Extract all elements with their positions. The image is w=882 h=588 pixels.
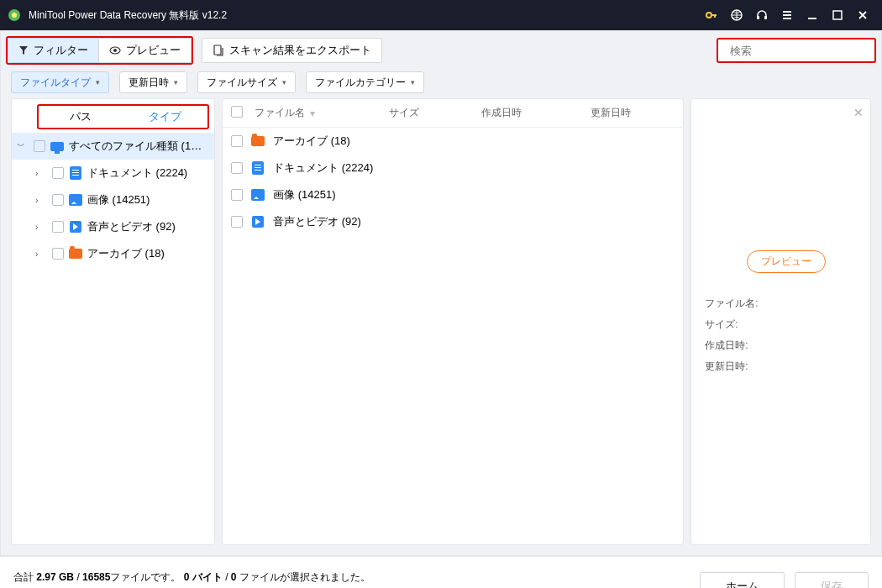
tree-root[interactable]: ﹀ すべてのファイル種類 (1… [12, 133, 214, 160]
file-list-panel: ファイル名 ▾ サイズ 作成日時 更新日時 アーカイブ (18)ドキュメント (… [222, 98, 684, 545]
tab-path[interactable]: パス [39, 106, 123, 128]
av-icon [69, 220, 82, 234]
file-row[interactable]: ドキュメント (2224) [223, 155, 683, 181]
checkbox[interactable] [231, 216, 243, 228]
caret-down-icon: ▾ [282, 78, 286, 87]
save-button[interactable]: 保存 [795, 572, 869, 589]
tree-item-label: 画像 (14251) [87, 192, 209, 207]
chip-file-type[interactable]: ファイルタイプ▾ [11, 71, 109, 93]
chip-file-size[interactable]: ファイルサイズ▾ [197, 71, 296, 93]
sort-icon: ▾ [310, 108, 315, 119]
tree-item[interactable]: ›画像 (14251) [12, 186, 214, 213]
tab-type[interactable]: タイプ [123, 106, 208, 128]
caret-down-icon: ▾ [411, 78, 415, 87]
svg-rect-6 [833, 11, 842, 19]
caret-down-icon: ▾ [174, 78, 178, 87]
funnel-icon [18, 45, 29, 55]
file-tree: ﹀ すべてのファイル種類 (1… ›ドキュメント (2224)›画像 (1425… [12, 129, 214, 270]
chevron-right-icon: › [35, 249, 47, 259]
checkbox[interactable] [231, 162, 243, 174]
tree-item[interactable]: ›音声とビデオ (92) [12, 213, 214, 240]
maximize-button[interactable] [825, 0, 850, 30]
minimize-button[interactable] [800, 0, 825, 30]
chevron-right-icon: › [35, 223, 47, 232]
globe-icon[interactable] [724, 0, 749, 30]
preview-label: プレビュー [126, 43, 181, 58]
col-modified[interactable]: 更新日時 [591, 106, 675, 120]
filter-button[interactable]: フィルター [8, 38, 98, 63]
img-icon [251, 188, 265, 202]
filter-label: フィルター [34, 43, 88, 58]
chip-category[interactable]: ファイルカテゴリー▾ [306, 71, 424, 93]
detail-preview-button[interactable]: プレビュー [747, 250, 826, 273]
monitor-icon [50, 139, 64, 153]
search-input[interactable] [730, 45, 871, 57]
caret-down-icon: ▾ [96, 78, 100, 87]
table-header: ファイル名 ▾ サイズ 作成日時 更新日時 [223, 99, 683, 128]
footer: 合計 2.97 GB / 16585ファイルです。 0 バイト / 0 ファイル… [0, 556, 882, 588]
file-row[interactable]: 音声とビデオ (92) [223, 208, 683, 235]
app-logo-icon [7, 8, 22, 23]
chevron-right-icon: › [35, 169, 47, 178]
detail-panel: ✕ プレビュー ファイル名: サイズ: 作成日時: 更新日時: [690, 98, 871, 545]
img-icon [69, 193, 82, 207]
file-row[interactable]: 画像 (14251) [223, 181, 683, 208]
select-all-checkbox[interactable] [231, 106, 243, 118]
search-box[interactable] [717, 38, 876, 63]
arc-icon [69, 247, 82, 260]
close-detail-button[interactable]: ✕ [853, 106, 864, 119]
svg-rect-4 [757, 16, 759, 19]
status-text: 合計 2.97 GB / 16585ファイルです。 0 バイト / 0 ファイル… [13, 570, 389, 585]
checkbox[interactable] [52, 221, 64, 233]
col-name[interactable]: ファイル名 [255, 106, 305, 120]
col-created[interactable]: 作成日時 [481, 106, 582, 120]
app-title: MiniTool Power Data Recovery 無料版 v12.2 [29, 8, 227, 23]
checkbox[interactable] [52, 167, 64, 179]
filter-bar: ファイルタイプ▾ 更新日時▾ ファイルサイズ▾ ファイルカテゴリー▾ [6, 65, 876, 97]
arc-icon [251, 134, 265, 148]
eye-icon [109, 45, 121, 56]
export-icon [213, 45, 224, 56]
svg-point-1 [12, 13, 17, 18]
svg-rect-9 [214, 45, 221, 55]
checkbox[interactable] [34, 140, 45, 152]
doc-icon [251, 161, 265, 175]
detail-modified-label: 更新日時: [705, 360, 857, 374]
checkbox[interactable] [231, 135, 243, 147]
checkbox[interactable] [231, 189, 243, 201]
tree-item-label: アーカイブ (18) [87, 246, 209, 261]
home-button[interactable]: ホーム [700, 572, 785, 589]
tree-root-label: すべてのファイル種類 (1… [69, 139, 209, 154]
titlebar: MiniTool Power Data Recovery 無料版 v12.2 [0, 0, 882, 30]
tree-item-label: 音声とビデオ (92) [87, 219, 209, 234]
chip-modified[interactable]: 更新日時▾ [119, 71, 187, 93]
file-row[interactable]: アーカイブ (18) [223, 128, 683, 155]
checkbox[interactable] [52, 248, 64, 260]
export-label: スキャン結果をエクスポート [229, 43, 371, 58]
checkbox[interactable] [52, 194, 64, 206]
tree-item[interactable]: ›ドキュメント (2224) [12, 160, 214, 186]
svg-point-8 [113, 49, 117, 52]
svg-rect-5 [764, 16, 767, 19]
tree-item[interactable]: ›アーカイブ (18) [12, 240, 214, 267]
menu-icon[interactable] [774, 0, 800, 30]
close-button[interactable] [850, 0, 875, 30]
preview-button[interactable]: プレビュー [98, 38, 192, 63]
toolbar: フィルター プレビュー スキャン結果をエクスポート [6, 36, 876, 65]
sidebar: パス タイプ ﹀ すべてのファイル種類 (1… ›ドキュメント (2224)›画… [11, 98, 215, 545]
detail-size-label: サイズ: [705, 318, 857, 332]
detail-created-label: 作成日時: [705, 339, 857, 353]
svg-point-2 [706, 13, 711, 18]
chevron-down-icon: ﹀ [17, 140, 29, 152]
key-icon[interactable] [699, 0, 724, 30]
detail-name-label: ファイル名: [705, 297, 857, 311]
headphones-icon[interactable] [749, 0, 774, 30]
export-button[interactable]: スキャン結果をエクスポート [202, 38, 382, 63]
file-name: 音声とビデオ (92) [273, 214, 361, 229]
file-name: ドキュメント (2224) [273, 160, 373, 176]
av-icon [251, 215, 265, 228]
doc-icon [69, 166, 82, 180]
col-size[interactable]: サイズ [389, 106, 473, 120]
file-name: アーカイブ (18) [273, 134, 350, 149]
file-name: 画像 (14251) [273, 187, 335, 202]
